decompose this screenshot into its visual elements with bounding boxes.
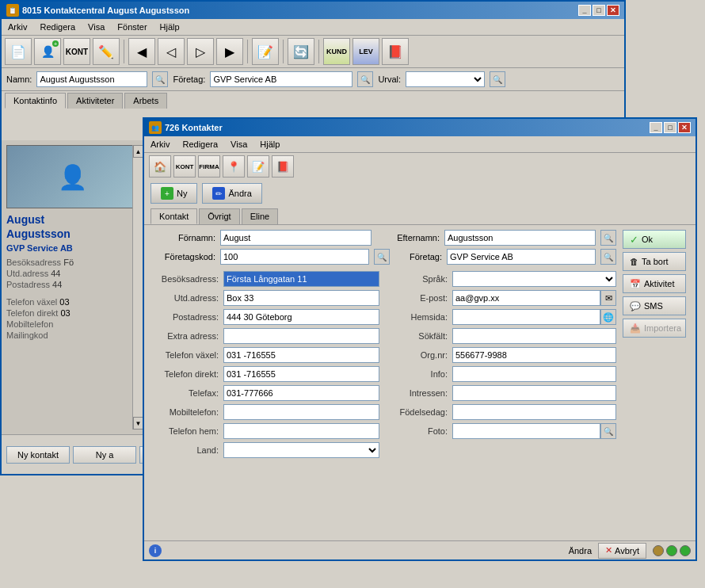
telefax-row: Telefax:: [152, 385, 379, 401]
foretagskod-search-btn[interactable]: 🔍: [374, 249, 390, 265]
ktb-book-btn[interactable]: 📕: [272, 155, 294, 178]
dot1: [653, 545, 664, 556]
hemsida-row: Hemsida: 🌐: [389, 309, 616, 325]
foto-input[interactable]: [452, 423, 600, 439]
menu-redigera[interactable]: Redigera: [36, 21, 78, 33]
toolbar-notes-btn[interactable]: 📝: [252, 38, 279, 65]
toolbar-book-btn[interactable]: 📕: [382, 38, 409, 65]
ny-button[interactable]: + Ny: [151, 183, 197, 204]
utdadress-input[interactable]: [223, 290, 379, 306]
ny-a-button[interactable]: Ny a: [73, 446, 136, 464]
foretagskod-input[interactable]: [220, 249, 369, 265]
toolbar-add-contact-btn[interactable]: 👤+: [34, 38, 61, 65]
mobil-label: Mobiltelefon: [6, 319, 53, 329]
company-label: Företag:: [173, 74, 205, 84]
foretag-search-btn[interactable]: 🔍: [600, 249, 616, 265]
menu-visa[interactable]: Visa: [85, 21, 108, 33]
toolbar-forward2-btn[interactable]: ▶: [216, 38, 243, 65]
scrollbar[interactable]: ▲ ▼: [132, 145, 143, 430]
ok-button[interactable]: ✓ Ok: [623, 230, 686, 249]
dot3: [680, 545, 691, 556]
kontakt-minimize-button[interactable]: _: [650, 122, 662, 133]
importera-button[interactable]: 📥 Importera: [623, 319, 686, 338]
tab-kontaktinfo[interactable]: Kontaktinfo: [5, 93, 66, 109]
toolbar-kund-btn[interactable]: KUND: [323, 38, 350, 65]
ktab-kontakt[interactable]: Kontakt: [151, 208, 197, 224]
ktab-eline[interactable]: Eline: [242, 208, 278, 224]
extraadress-input[interactable]: [223, 328, 379, 344]
tdirekt-input[interactable]: [223, 366, 379, 382]
andra-button[interactable]: ✏ Ändra: [202, 183, 261, 204]
ktb-firma-btn[interactable]: FIRMA: [198, 155, 220, 178]
intressen-input[interactable]: [452, 385, 616, 401]
efternamn-input[interactable]: [444, 230, 596, 246]
telem-input[interactable]: [223, 423, 379, 439]
toolbar-back2-btn[interactable]: ◁: [158, 38, 185, 65]
maximize-button[interactable]: □: [593, 5, 605, 16]
toolbar-company-btn[interactable]: KONT: [63, 38, 90, 65]
left-col: Besöksadress: Utd.adress: Postadress: Ex…: [152, 271, 379, 461]
postadress-input[interactable]: [223, 309, 379, 325]
menu-hjalp[interactable]: Hjälp: [157, 21, 183, 33]
ktb-notes-btn[interactable]: 📝: [247, 155, 269, 178]
besoksadress-input[interactable]: [223, 271, 379, 287]
toolbar-refresh-btn[interactable]: 🔄: [288, 38, 314, 65]
menu-arkiv[interactable]: Arkiv: [5, 21, 30, 33]
ktb-home-btn[interactable]: 🏠: [149, 155, 171, 178]
aktivitet-button[interactable]: 📅 Aktivitet: [623, 274, 686, 293]
close-button[interactable]: ✕: [607, 5, 619, 16]
ktb-mark-btn[interactable]: 📍: [223, 155, 245, 178]
foretag-input[interactable]: [447, 249, 596, 265]
info-input[interactable]: [452, 366, 616, 382]
urval-select[interactable]: [406, 71, 485, 87]
orgnr-input[interactable]: [452, 347, 616, 363]
info-row: Info:: [389, 366, 616, 382]
status-andra: Ändra: [569, 546, 592, 556]
land-select[interactable]: [223, 442, 379, 458]
tvaxel-row: Telefon växel:: [152, 347, 379, 363]
avbryt-button[interactable]: ✕ Avbryt: [598, 543, 646, 559]
tab-aktiviteter[interactable]: Aktiviteter: [67, 93, 123, 109]
mobil-input[interactable]: [223, 404, 379, 420]
postadress-label: Postadress:: [152, 312, 223, 322]
urval-search-button[interactable]: 🔍: [490, 71, 505, 87]
telefax-input[interactable]: [223, 385, 379, 401]
name-input[interactable]: [36, 71, 147, 87]
fornamn-input[interactable]: [220, 230, 372, 246]
toolbar-back-btn[interactable]: ◀: [128, 38, 155, 65]
fodelsedag-input[interactable]: [452, 404, 616, 420]
tvaxel-input[interactable]: [223, 347, 379, 363]
kmenu-hjalp[interactable]: Hjälp: [257, 138, 283, 151]
kmenu-redigera[interactable]: Redigera: [179, 138, 221, 151]
tvaxel-label: Telefon växel: [6, 297, 59, 307]
kontakt-close-button[interactable]: ✕: [678, 122, 691, 133]
hemsida-input[interactable]: [452, 309, 600, 325]
menu-fonster[interactable]: Fönster: [114, 21, 150, 33]
company-search-button[interactable]: 🔍: [357, 71, 373, 87]
ktb-kont-btn[interactable]: KONT: [173, 155, 196, 178]
company-input[interactable]: [210, 71, 352, 87]
tabort-button[interactable]: 🗑 Ta bort: [623, 252, 686, 271]
kmenu-visa[interactable]: Visa: [227, 138, 250, 151]
ny-kontakt-button[interactable]: Ny kontakt: [6, 446, 70, 464]
epost-input[interactable]: [452, 290, 600, 306]
efternamn-search-btn[interactable]: 🔍: [600, 230, 616, 246]
tab-arbets[interactable]: Arbets: [124, 93, 167, 109]
ktab-ovrigt[interactable]: Övrigt: [199, 208, 239, 224]
minimize-button[interactable]: _: [578, 5, 591, 16]
foto-search-btn[interactable]: 🔍: [600, 423, 616, 439]
toolbar-new-btn[interactable]: 📄: [5, 38, 32, 65]
hemsida-btn[interactable]: 🌐: [600, 309, 616, 325]
epost-btn[interactable]: ✉: [600, 290, 616, 306]
toolbar-forward-btn[interactable]: ▷: [187, 38, 214, 65]
foto-row: Foto: 🔍: [389, 423, 616, 439]
toolbar-edit-btn[interactable]: ✏️: [93, 38, 120, 65]
kmenu-arkiv[interactable]: Arkiv: [147, 138, 173, 151]
sprak-select[interactable]: [452, 271, 616, 287]
kontakt-maximize-button[interactable]: □: [664, 122, 676, 133]
main-menubar: Arkiv Redigera Visa Fönster Hjälp: [2, 19, 624, 36]
sokfalt-input[interactable]: [452, 328, 616, 344]
name-search-button[interactable]: 🔍: [152, 71, 168, 87]
sms-button[interactable]: 💬 SMS: [623, 296, 686, 315]
toolbar-lev-btn[interactable]: LEV: [352, 38, 379, 65]
